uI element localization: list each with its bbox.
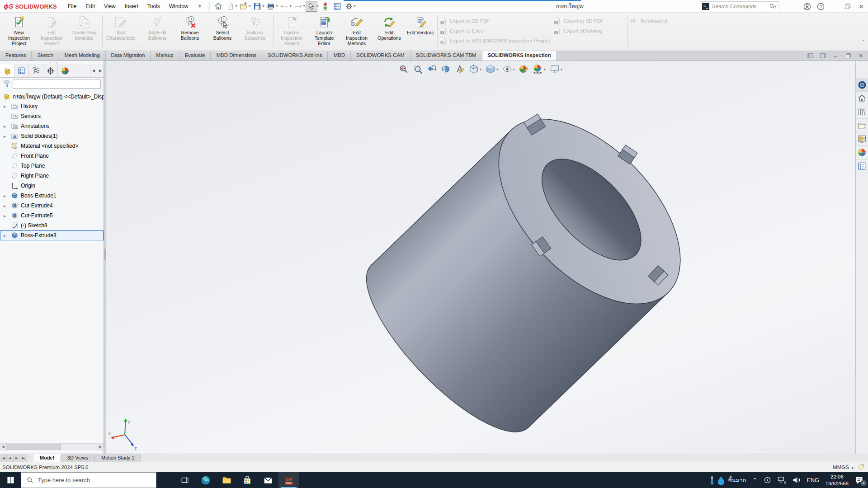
collapse-ribbon-icon[interactable]: ˆ [863, 40, 864, 45]
prev-tab-icon[interactable]: ◀ [7, 454, 14, 462]
scroll-right-icon[interactable]: ▶ [97, 64, 104, 77]
property-manager-icon[interactable] [14, 64, 29, 77]
tab-motion-study-1[interactable]: Motion Study 1 [95, 454, 141, 462]
launch-template-editor-button[interactable]: Launch Template Editor [308, 14, 340, 47]
scroll-left-icon[interactable]: ◀ [90, 64, 97, 77]
task-view-icon[interactable] [175, 472, 195, 488]
tag-edit-icon[interactable] [857, 464, 864, 471]
home-icon[interactable] [212, 1, 224, 12]
solidworks-2024-icon[interactable]: SW2024 [278, 472, 299, 488]
speaker-icon[interactable] [793, 476, 801, 484]
options-dropdown-icon[interactable]: ▾ [354, 4, 356, 8]
edit-operations-button[interactable]: Edit Operations [373, 14, 406, 42]
options-gear-icon[interactable] [343, 1, 355, 12]
mail-icon[interactable] [258, 472, 278, 488]
dimxpert-manager-icon[interactable] [43, 64, 58, 77]
open-icon[interactable] [238, 1, 250, 12]
custom-properties-icon[interactable] [856, 160, 868, 173]
tab-solidworks-cam-tbm[interactable]: SOLIDWORKS CAM TBM [410, 51, 482, 61]
store-icon[interactable] [237, 472, 258, 488]
part-manager-icon[interactable] [0, 64, 14, 77]
design-library-icon[interactable] [856, 105, 868, 119]
file-explorer-icon[interactable] [216, 472, 237, 488]
tree-item-right-plane[interactable]: Right Plane [0, 171, 104, 181]
minimize-icon[interactable]: – [827, 0, 841, 12]
view-palette-icon[interactable] [856, 132, 868, 146]
save-dropdown-icon[interactable]: ▾ [262, 4, 264, 8]
scroll-left-icon[interactable]: ◀ [0, 444, 7, 450]
tab-data-migration[interactable]: Data Migration [106, 51, 151, 61]
edit-inspection-methods-button[interactable]: Edit Inspection Methods [340, 14, 373, 47]
last-tab-icon[interactable]: ▶| [20, 454, 27, 462]
display-pane-icon[interactable] [331, 1, 343, 12]
file-explorer-icon[interactable] [856, 119, 868, 132]
rebuild-traffic-light-icon[interactable] [320, 1, 331, 12]
expander-icon[interactable]: ▸ [4, 203, 8, 208]
tree-item-annotations[interactable]: ▸ A Annotations [0, 121, 104, 131]
tab-features[interactable]: Features [0, 51, 32, 61]
next-tab-icon[interactable]: ▶ [14, 454, 20, 462]
help-icon[interactable]: ? [814, 0, 827, 12]
menu-view[interactable]: View [99, 1, 120, 12]
scroll-right-icon[interactable]: ▶ [97, 444, 104, 450]
start-icon[interactable] [0, 472, 21, 488]
tree-root-part[interactable]: กรอบใหญ่w (Default) <<Default>_Displ [0, 91, 104, 101]
search-dropdown-icon[interactable]: ▾ [774, 5, 776, 9]
tab-solidworks-addins[interactable]: SOLIDWORKS Add-Ins [262, 51, 328, 61]
tree-item-sketch8[interactable]: (-) Sketch8 [0, 221, 104, 230]
select-dropdown-icon[interactable]: ▾ [316, 4, 318, 8]
pin-menu-icon[interactable]: ✦ [193, 3, 207, 9]
panel-collapse-grip[interactable] [0, 61, 104, 64]
tree-item-boss-extrude1[interactable]: ▸ Boss-Extrude1 [0, 191, 104, 201]
print-icon[interactable] [265, 1, 277, 12]
configuration-manager-icon[interactable] [29, 64, 43, 77]
select-arrow-icon[interactable] [306, 1, 317, 12]
select-balloons-button[interactable]: Select Balloons [206, 14, 239, 42]
close-icon[interactable]: ✕ [854, 0, 868, 12]
print-dropdown-icon[interactable]: ▾ [276, 4, 278, 8]
tab-sketch[interactable]: Sketch [32, 51, 59, 61]
tree-item-material[interactable]: Material <not specified> [0, 141, 104, 151]
expander-icon[interactable]: ▸ [4, 124, 8, 129]
menu-tools[interactable]: Tools [143, 1, 165, 12]
new-inspection-project-button[interactable]: New Inspection Project [3, 14, 35, 47]
new-document-dropdown-icon[interactable]: ▾ [235, 4, 237, 8]
menu-insert[interactable]: Insert [120, 1, 143, 12]
tab-mesh-modeling[interactable]: Mesh Modeling [59, 51, 106, 61]
tree-item-origin[interactable]: Origin [0, 181, 104, 191]
open-dropdown-icon[interactable]: ▾ [249, 4, 250, 8]
network-icon[interactable] [778, 476, 786, 484]
action-center-icon[interactable]: 4 [855, 476, 863, 484]
part-model-cylinder[interactable]: y x z [106, 61, 855, 454]
doc-restore-icon[interactable] [843, 52, 854, 60]
expander-icon[interactable]: ▸ [4, 213, 8, 218]
tab-solidworks-inspection[interactable]: SOLIDWORKS Inspection [482, 51, 557, 61]
taskbar-search-input[interactable]: Type here to search [21, 472, 156, 488]
tree-item-front-plane[interactable]: Front Plane [0, 151, 104, 161]
menu-window[interactable]: Window [165, 1, 193, 12]
meet-now-icon[interactable] [764, 476, 771, 484]
save-icon[interactable] [251, 1, 263, 12]
tree-item-solid-bodies[interactable]: ▸ Solid Bodies(1) [0, 131, 104, 141]
tree-filter-input[interactable] [13, 80, 101, 89]
remove-balloons-button[interactable]: Remove Balloons [174, 14, 206, 42]
graphics-viewport[interactable]: ▾ ▾ ▾ ▾ ▾ [106, 61, 855, 454]
tree-item-cut-extrude4[interactable]: ▸ Cut-Extrude4 [0, 201, 104, 211]
tab-mbd[interactable]: MBD [328, 51, 351, 61]
dock-pane-right-icon[interactable] [817, 52, 828, 60]
tree-item-sensors[interactable]: Sensors [0, 111, 104, 121]
tab-3d-views[interactable]: 3D Views [61, 454, 95, 462]
clock[interactable]: 22:06 19/6/2568 [826, 474, 849, 487]
tab-mbd-dimensions[interactable]: MBD Dimensions [211, 51, 262, 61]
menu-edit[interactable]: Edit [81, 1, 99, 12]
chevron-up-icon[interactable]: ⌃ [752, 477, 757, 483]
tree-horizontal-scrollbar[interactable]: ◀ ▶ [0, 443, 104, 450]
restore-icon[interactable] [841, 0, 854, 12]
tab-evaluate[interactable]: Evaluate [179, 51, 211, 61]
appearances-scenes-icon[interactable] [856, 146, 868, 160]
cylinder-body[interactable] [344, 86, 713, 454]
tree-item-top-plane[interactable]: Top Plane [0, 161, 104, 171]
home-icon[interactable] [856, 92, 868, 105]
doc-minimize-icon[interactable]: – [830, 52, 841, 60]
expander-icon[interactable]: ▸ [4, 233, 8, 238]
